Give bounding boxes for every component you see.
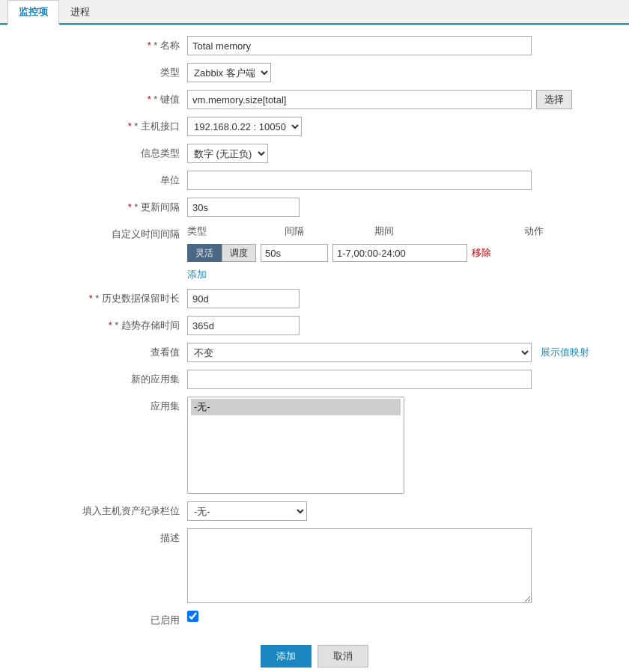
type-select[interactable]: Zabbix 客户端: [187, 63, 271, 82]
host-interface-select[interactable]: 192.168.0.22 : 10050: [187, 117, 302, 136]
toggle-scheduled[interactable]: 调度: [222, 244, 256, 262]
col-header-interval: 间隔: [285, 224, 374, 238]
tab-monitor[interactable]: 监控项: [7, 0, 59, 25]
key-input[interactable]: [187, 90, 532, 109]
unit-label: 单位: [15, 171, 187, 187]
col-header-type: 类型: [187, 224, 285, 238]
new-app-label: 新的应用集: [15, 370, 187, 386]
key-label: * 键值: [15, 90, 187, 106]
host-asset-label: 填入主机资产纪录栏位: [15, 501, 187, 518]
ci-interval-input[interactable]: [261, 244, 328, 262]
desc-label: 描述: [15, 528, 187, 545]
type-label: 类型: [15, 63, 187, 79]
add-custom-interval-link[interactable]: 添加: [187, 268, 207, 281]
toggle-flexible[interactable]: 灵活: [187, 244, 222, 262]
add-button[interactable]: 添加: [261, 645, 312, 668]
name-label: * 名称: [15, 36, 187, 52]
show-mapping-link[interactable]: 展示值映射: [541, 346, 589, 359]
custom-interval-label: 自定义时间间隔: [15, 224, 187, 241]
trend-label: * 趋势存储时间: [15, 316, 187, 332]
type-toggle-group: 灵活 调度: [187, 244, 256, 262]
history-label: * 历史数据保留时长: [15, 289, 187, 305]
ci-period-input[interactable]: [332, 244, 467, 262]
info-type-label: 信息类型: [15, 144, 187, 160]
desc-textarea[interactable]: [187, 528, 532, 603]
tab-process[interactable]: 进程: [59, 0, 101, 25]
remove-link[interactable]: 移除: [472, 246, 491, 260]
new-app-input[interactable]: [187, 370, 532, 389]
unit-input[interactable]: [187, 171, 532, 190]
app-set-list[interactable]: -无-: [187, 397, 404, 494]
col-header-action: 动作: [524, 224, 569, 238]
info-type-select[interactable]: 数字 (无正负): [187, 144, 268, 163]
host-interface-label: * 主机接口: [15, 117, 187, 133]
host-asset-select[interactable]: -无-: [187, 501, 307, 521]
cancel-button[interactable]: 取消: [317, 645, 368, 668]
key-select-button[interactable]: 选择: [536, 90, 572, 109]
name-input[interactable]: [187, 36, 532, 55]
enabled-checkbox[interactable]: [187, 611, 198, 622]
app-set-label: 应用集: [15, 397, 187, 413]
trend-input[interactable]: [187, 316, 300, 335]
check-value-select[interactable]: 不变: [187, 343, 532, 362]
update-interval-input[interactable]: [187, 198, 300, 217]
enabled-label: 已启用: [15, 611, 187, 627]
history-input[interactable]: [187, 289, 300, 308]
col-header-period: 期间: [374, 224, 524, 238]
update-interval-label: * 更新间隔: [15, 198, 187, 214]
tab-bar: 监控项 进程: [0, 0, 629, 25]
check-value-label: 查看值: [15, 343, 187, 359]
